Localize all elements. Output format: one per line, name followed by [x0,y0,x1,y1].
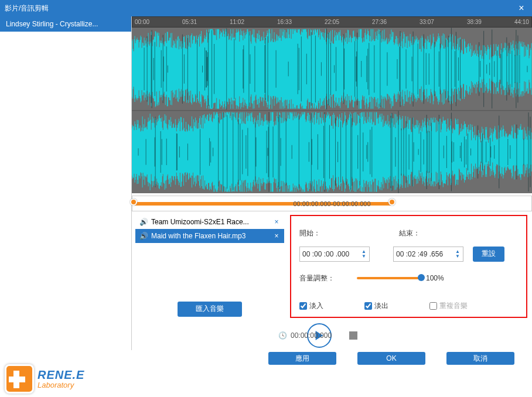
start-time-value: 00 :00 :00 .000 [302,250,349,258]
checkbox-row: 淡入 淡出 重複音樂 [299,301,518,311]
volume-slider[interactable] [357,277,421,279]
ruler-tick: 16:33 [277,19,292,25]
reset-button-label: 重設 [482,249,496,259]
trim-range-label: 00:00:00.000-00:00:00.000 [293,200,370,207]
ok-button-label: OK [386,354,396,362]
track-list: 🔊Team Umizoomi-S2xE1 Race...×🔊Maid with … [135,215,284,318]
ruler-tick: 00:00 [135,19,149,25]
track-item[interactable]: 🔊Team Umizoomi-S2xE1 Race...× [135,215,284,229]
fade-out-checkbox[interactable]: 淡出 [364,301,388,311]
end-time-spinner[interactable]: ▲▼ [455,249,461,259]
cancel-button[interactable]: 取消 [446,352,514,365]
close-icon[interactable]: × [516,3,527,13]
fade-out-input[interactable] [364,302,372,310]
import-music-button[interactable]: 匯入音樂 [178,302,242,317]
ruler-tick: 22:05 [325,19,339,25]
start-time-spinner[interactable]: ▲▼ [361,249,367,259]
cancel-button-label: 取消 [473,354,487,364]
logo-badge-icon [5,364,34,393]
settings-panel: 開始： 結束： 00 :00 :00 .000 ▲▼ 00 :02 :49 .6… [290,215,527,318]
brand-logo: RENE.E Laboratory [5,364,84,393]
volume-label: 音量調整： [299,273,352,283]
playback-bar: 🕓 00:00:00.000 [132,321,532,350]
sidebar-item-label: Lindsey Stirling - Crystallize... [6,20,98,28]
window-titlebar: 影片/音訊剪輯 × [0,0,532,16]
repeat-label: 重複音樂 [439,301,468,311]
apply-button-label: 應用 [295,354,309,364]
end-time-input[interactable]: 00 :02 :49 .656 ▲▼ [393,247,463,262]
reset-button[interactable]: 重設 [473,247,504,262]
fade-in-input[interactable] [299,302,307,310]
track-item[interactable]: 🔊Maid with the Flaxen Hair.mp3× [135,229,284,243]
fade-in-checkbox[interactable]: 淡入 [299,301,323,311]
logo-line2: Laboratory [37,381,84,389]
track-name: Maid with the Flaxen Hair.mp3 [151,232,270,240]
main-area: Lindsey Stirling - Crystallize... 00:000… [0,16,532,350]
window-title: 影片/音訊剪輯 [5,4,516,13]
speaker-icon: 🔊 [139,218,148,226]
trim-handle-end[interactable] [388,198,395,206]
volume-row: 音量調整： 100% [299,273,518,283]
lower-panel: 🔊Team Umizoomi-S2xE1 Race...×🔊Maid with … [132,211,532,321]
volume-value: 100% [426,274,444,282]
remove-track-icon[interactable]: × [273,218,280,226]
logo-text: RENE.E Laboratory [37,368,84,389]
remove-track-icon[interactable]: × [273,232,280,240]
ruler-tick: 38:39 [467,19,482,25]
sidebar-item-video[interactable]: Lindsey Stirling - Crystallize... [0,16,131,32]
playback-time-display: 🕓 00:00:00.000 [278,331,332,340]
end-time-label: 結束： [399,228,434,238]
fade-in-label: 淡入 [309,301,323,311]
timeline-ruler: 00:0005:3111:0216:3322:0527:3633:0738:39… [132,16,532,28]
volume-slider-thumb[interactable] [418,274,425,281]
apply-button[interactable]: 應用 [268,352,336,365]
playback-time-value: 00:00:00.000 [291,331,332,340]
start-time-label: 開始： [299,228,358,238]
speaker-icon: 🔊 [139,232,148,240]
content: 00:0005:3111:0216:3322:0527:3633:0738:39… [132,16,532,350]
ruler-tick: 27:36 [372,19,387,25]
sidebar: Lindsey Stirling - Crystallize... [0,16,132,350]
end-time-value: 00 :02 :49 .656 [396,250,443,258]
start-time-input[interactable]: 00 :00 :00 .000 ▲▼ [299,247,370,262]
ruler-tick: 11:02 [230,19,244,25]
ruler-tick: 44:10 [514,19,529,25]
trim-range-bar[interactable]: 00:00:00.000-00:00:00.000 [132,196,532,211]
repeat-input[interactable] [429,302,437,310]
logo-line1: RENE.E [37,368,84,382]
clock-icon: 🕓 [278,331,287,340]
fade-out-label: 淡出 [374,301,388,311]
ok-button[interactable]: OK [357,352,425,365]
import-music-label: 匯入音樂 [196,304,224,314]
stop-button[interactable] [349,331,357,340]
ruler-tick: 33:07 [420,19,434,25]
repeat-checkbox[interactable]: 重複音樂 [429,301,468,311]
waveform-display[interactable] [132,28,532,193]
ruler-tick: 05:31 [182,19,197,25]
track-name: Team Umizoomi-S2xE1 Race... [151,218,270,226]
